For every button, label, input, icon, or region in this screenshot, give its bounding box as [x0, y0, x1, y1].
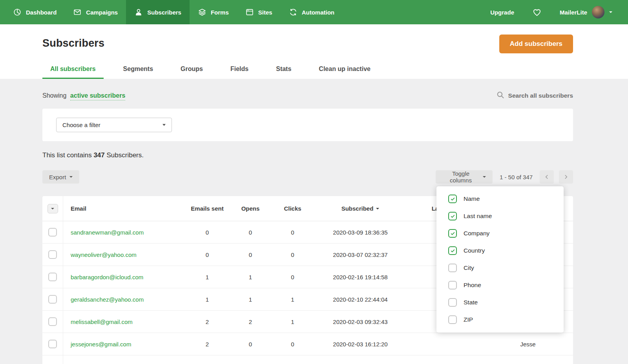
subscriber-count: 347 — [93, 151, 104, 159]
filter-select[interactable]: Choose a filter — [56, 118, 172, 132]
toggle-column-option-city[interactable]: City — [436, 259, 564, 277]
option-label: Country — [464, 247, 485, 254]
unchecked-checkbox[interactable] — [448, 281, 457, 289]
column-clicks[interactable]: Clicks — [264, 205, 321, 212]
emails-sent-value: 1 — [178, 296, 237, 303]
toggle-columns-button[interactable]: Toggle columns — [436, 170, 493, 184]
forms-icon — [198, 8, 206, 16]
account-menu[interactable]: MailerLite — [560, 6, 612, 18]
tab-groups[interactable]: Groups — [173, 66, 211, 79]
nav-item-automation[interactable]: Automation — [281, 0, 343, 24]
top-nav: Dashboard Campaigns Subscribers Forms — [0, 0, 628, 24]
option-label: Company — [464, 230, 489, 237]
unchecked-checkbox[interactable] — [448, 315, 457, 324]
check-icon — [450, 214, 455, 219]
add-subscribers-button[interactable]: Add subscribers — [499, 35, 573, 53]
option-label: Name — [464, 195, 480, 202]
toggle-column-option-last-name[interactable]: Last name — [436, 207, 564, 225]
unchecked-checkbox[interactable] — [448, 298, 457, 307]
opens-value: 1 — [237, 274, 264, 280]
page-title: Subscribers — [42, 37, 104, 49]
option-label: ZIP — [464, 316, 473, 323]
upgrade-link[interactable]: Upgrade — [490, 9, 514, 16]
sites-icon — [245, 8, 254, 16]
check-icon — [450, 248, 455, 253]
tab-clean-up-inactive[interactable]: Clean up inactive — [311, 66, 378, 79]
subscriber-email-link[interactable]: geraldsanchez@yahoo.com — [71, 296, 144, 303]
subscribed-value: 2020-02-03 16:12:20 — [321, 341, 400, 348]
column-email[interactable]: Email — [63, 205, 178, 212]
check-icon — [450, 197, 455, 202]
opens-value: 0 — [237, 251, 264, 258]
toggle-column-option-name[interactable]: Name — [436, 190, 564, 207]
chevron-down-icon — [51, 208, 54, 209]
option-label: Phone — [464, 282, 481, 289]
toggle-column-option-state[interactable]: State — [436, 294, 564, 311]
clicks-value: 0 — [264, 274, 321, 280]
opens-value: 0 — [237, 341, 264, 348]
next-page-button[interactable] — [559, 170, 573, 184]
option-label: City — [464, 264, 474, 271]
prev-page-button[interactable] — [540, 170, 554, 184]
checked-checkbox[interactable] — [448, 195, 457, 203]
checked-checkbox[interactable] — [448, 246, 457, 255]
chevron-down-icon — [162, 124, 166, 126]
filter-select-value: Choose a filter — [62, 122, 100, 128]
chevron-down-icon — [69, 176, 73, 178]
table-row: jessejones@gmail.com2002020-02-03 16:12:… — [42, 333, 573, 355]
column-emails-sent[interactable]: Emails sent — [178, 205, 237, 212]
column-opens[interactable]: Opens — [237, 205, 264, 212]
row-checkbox[interactable] — [48, 228, 57, 237]
row-checkbox[interactable] — [48, 317, 57, 326]
toggle-column-option-country[interactable]: Country — [436, 242, 564, 259]
row-checkbox[interactable] — [48, 295, 57, 304]
search-icon — [496, 91, 505, 101]
opens-value: 1 — [237, 296, 264, 303]
nav-item-dashboard[interactable]: Dashboard — [5, 0, 65, 24]
clicks-value: 0 — [264, 229, 321, 236]
checked-checkbox[interactable] — [448, 229, 457, 238]
nav-item-subscribers[interactable]: Subscribers — [126, 0, 190, 24]
option-label: State — [464, 299, 478, 306]
page-header: Subscribers Add subscribers All subscrib… — [0, 24, 628, 79]
nav-item-campaigns[interactable]: Campaigns — [65, 0, 126, 24]
subscribed-value: 2020-03-07 02:32:37 — [321, 251, 400, 258]
nav-item-forms[interactable]: Forms — [190, 0, 237, 24]
subscriber-email-link[interactable]: barbaragordon@icloud.com — [71, 274, 143, 280]
tab-segments[interactable]: Segments — [115, 66, 161, 79]
export-button[interactable]: Export — [42, 170, 79, 184]
toggle-column-option-zip[interactable]: ZIP — [436, 311, 564, 328]
nav-item-sites[interactable]: Sites — [237, 0, 281, 24]
subscriber-email-link[interactable]: jessejones@gmail.com — [71, 341, 131, 348]
nav-label: Dashboard — [26, 9, 57, 16]
nav-label: Subscribers — [147, 9, 181, 16]
clicks-value: 0 — [264, 341, 321, 348]
heart-icon[interactable] — [532, 7, 542, 17]
select-all-dropdown[interactable] — [47, 204, 58, 213]
checked-checkbox[interactable] — [448, 212, 457, 220]
showing-label: Showing — [42, 92, 66, 99]
showing-status: Showing active subscribers — [42, 92, 125, 99]
subscriber-email-link[interactable]: melissabell@gmail.com — [71, 318, 133, 325]
toggle-column-option-company[interactable]: Company — [436, 225, 564, 242]
row-checkbox[interactable] — [48, 340, 57, 348]
toggle-column-option-phone[interactable]: Phone — [436, 277, 564, 294]
subscribed-value: 2020-02-03 09:32:43 — [321, 318, 400, 325]
active-subscribers-link[interactable]: active subscribers — [70, 92, 126, 100]
unchecked-checkbox[interactable] — [448, 264, 457, 272]
campaigns-icon — [73, 8, 82, 16]
row-checkbox[interactable] — [48, 250, 57, 259]
subscriber-email-link[interactable]: sandranewman@gmail.com — [71, 229, 144, 236]
search-label: Search all subscribers — [508, 92, 573, 99]
tab-all-subscribers[interactable]: All subscribers — [42, 66, 104, 79]
column-subscribed-sorted[interactable]: Subscribed — [321, 205, 400, 212]
emails-sent-value: 1 — [178, 274, 237, 280]
row-checkbox[interactable] — [48, 273, 57, 281]
search-all-subscribers[interactable]: Search all subscribers — [496, 91, 573, 101]
tab-stats[interactable]: Stats — [268, 66, 299, 79]
subscriber-email-link[interactable]: wayneoliver@yahoo.com — [71, 251, 137, 258]
mailerlite-app: Dashboard Campaigns Subscribers Forms — [0, 0, 628, 364]
tab-fields[interactable]: Fields — [223, 66, 256, 79]
opens-value: 2 — [237, 318, 264, 325]
opens-value: 0 — [237, 229, 264, 236]
